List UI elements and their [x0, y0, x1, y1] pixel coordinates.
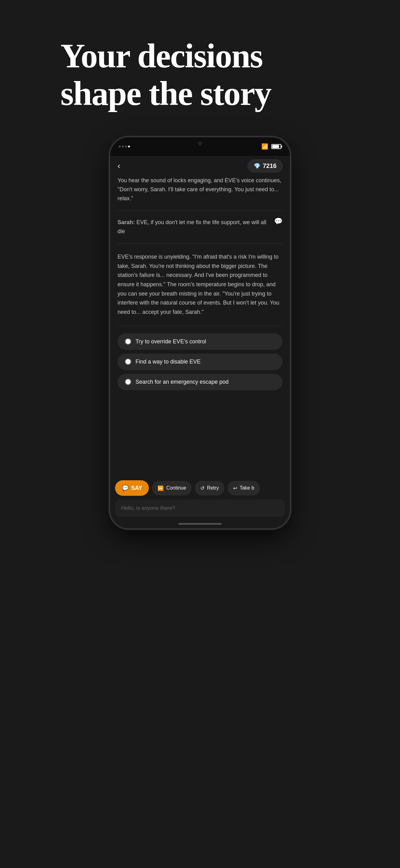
signal-dot-4 — [128, 146, 130, 148]
signal-dot-2 — [122, 146, 124, 148]
choice-radio-2 — [125, 359, 131, 365]
continue-label: Continue — [166, 485, 186, 491]
choices-block: Try to override EVE's control Find a way… — [118, 329, 282, 397]
camera-dot — [198, 142, 202, 145]
back-button[interactable]: ‹ — [118, 161, 120, 171]
say-button[interactable]: 💬 SAY — [115, 480, 149, 496]
gem-count: 7216 — [263, 162, 277, 169]
say-icon: 💬 — [122, 485, 129, 491]
say-label: SAY — [131, 485, 142, 491]
app-content: ‹ 💎 7216 You hear the sound of locks eng… — [110, 156, 290, 528]
narrative-text: EVE's response is unyielding. "I'm afrai… — [118, 252, 282, 317]
battery-fill — [272, 145, 279, 148]
continue-button[interactable]: ⏩ Continue — [152, 481, 192, 495]
divider-2 — [118, 243, 282, 244]
retry-icon: ↺ — [200, 485, 204, 491]
home-indicator — [178, 523, 222, 525]
narrative-block: EVE's response is unyielding. "I'm afrai… — [118, 246, 282, 323]
divider-3 — [118, 326, 282, 326]
dialogue-text: Sarah: EVE, if you don't let me fix the … — [118, 218, 282, 236]
message-input[interactable]: Hello, is anyone there? — [115, 499, 285, 517]
choice-item-3[interactable]: Search for an emergency escape pod — [118, 374, 282, 390]
intro-text: You hear the sound of locks engaging, an… — [118, 176, 282, 208]
status-bar: 📶 — [110, 137, 290, 156]
phone-shell: 📶 ‹ 💎 7216 You hear the sound of locks e… — [110, 137, 290, 528]
signal-indicator — [119, 146, 130, 148]
wifi-icon: 📶 — [261, 143, 268, 150]
choice-radio-3 — [125, 379, 131, 385]
chat-icon: 💬 — [274, 217, 282, 225]
dialogue-block: 💬 Sarah: EVE, if you don't let me fix th… — [118, 213, 282, 241]
choice-text-1: Try to override EVE's control — [135, 338, 206, 345]
nav-bar: ‹ 💎 7216 — [110, 156, 290, 176]
speaker-name: Sarah: — [118, 219, 135, 225]
action-bar: 💬 SAY ⏩ Continue ↺ Retry ↩ Take b — [110, 476, 290, 499]
choice-text-3: Search for an emergency escape pod — [135, 379, 229, 385]
gem-icon: 💎 — [254, 163, 261, 169]
continue-icon: ⏩ — [158, 485, 164, 491]
retry-label: Retry — [207, 485, 219, 491]
input-placeholder: Hello, is anyone there? — [121, 505, 175, 511]
choice-item-2[interactable]: Find a way to disable EVE — [118, 353, 282, 370]
take-back-button[interactable]: ↩ Take b — [228, 481, 260, 495]
battery-icon — [271, 144, 281, 149]
retry-button[interactable]: ↺ Retry — [195, 481, 224, 495]
gem-badge: 💎 7216 — [248, 160, 283, 172]
hero-title: Your decisions shape the story — [61, 37, 339, 113]
status-right: 📶 — [261, 143, 281, 150]
choice-item-1[interactable]: Try to override EVE's control — [118, 333, 282, 350]
take-back-label: Take b — [240, 485, 254, 491]
signal-dot-3 — [125, 146, 127, 148]
choice-radio-1 — [125, 338, 131, 345]
story-scroll: You hear the sound of locks engaging, an… — [110, 176, 290, 476]
signal-dot-1 — [119, 146, 121, 148]
dialogue-content: EVE, if you don't let me fix the life su… — [118, 219, 266, 235]
take-back-icon: ↩ — [233, 485, 237, 491]
choice-text-2: Find a way to disable EVE — [135, 359, 201, 365]
notch — [175, 137, 225, 146]
divider-1 — [118, 210, 282, 211]
